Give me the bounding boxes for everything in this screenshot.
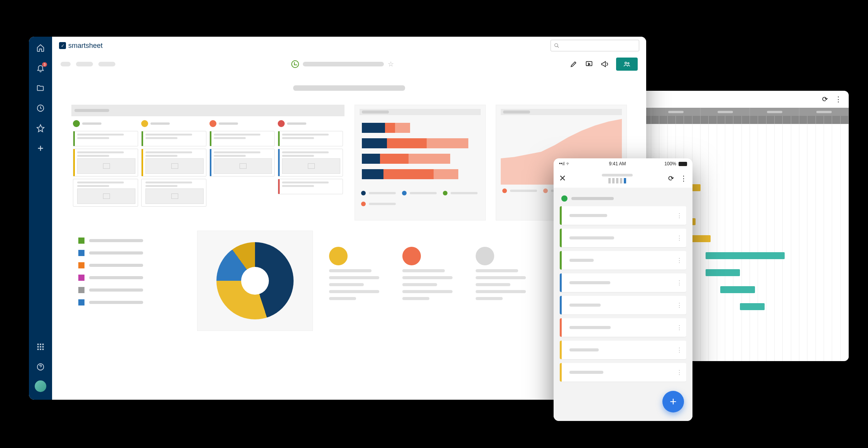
- legend-item: [361, 202, 396, 206]
- mobile-list-row[interactable]: ⋮: [560, 251, 686, 270]
- kanban-card[interactable]: [73, 131, 138, 146]
- mobile-list-row[interactable]: ⋮: [560, 206, 686, 225]
- svg-rect-3: [42, 344, 44, 345]
- status-battery: 100%: [664, 161, 676, 166]
- refresh-icon[interactable]: ⟳: [668, 174, 674, 183]
- svg-rect-8: [40, 349, 41, 350]
- kanban-card[interactable]: [278, 149, 343, 176]
- person-card[interactable]: [402, 247, 453, 300]
- mobile-list-row[interactable]: ⋮: [560, 363, 686, 382]
- kanban-widget[interactable]: [71, 105, 344, 221]
- svg-rect-9: [42, 349, 44, 350]
- row-more-icon[interactable]: ⋮: [676, 234, 682, 242]
- bar-row: [362, 169, 478, 179]
- share-button[interactable]: [616, 58, 638, 71]
- kanban-card[interactable]: [278, 179, 343, 194]
- kanban-card[interactable]: [73, 149, 138, 176]
- row-more-icon[interactable]: ⋮: [676, 369, 682, 376]
- kanban-column[interactable]: [141, 120, 206, 207]
- more-icon[interactable]: ⋮: [680, 174, 687, 183]
- search-input[interactable]: [551, 40, 639, 51]
- status-time: 9:41 AM: [609, 161, 626, 166]
- mobile-header: ✕ ⟳ ⋮: [554, 169, 692, 188]
- person-card[interactable]: [476, 247, 526, 300]
- document-title-area: ☆: [291, 60, 394, 68]
- bar-row: [362, 138, 478, 148]
- present-icon[interactable]: [585, 60, 593, 68]
- home-icon[interactable]: [36, 44, 45, 54]
- plus-icon[interactable]: [36, 144, 45, 154]
- legend-row[interactable]: [78, 262, 180, 268]
- kanban-card[interactable]: [209, 149, 275, 176]
- gantt-bar[interactable]: [706, 252, 785, 259]
- column-avatar: [209, 120, 216, 127]
- toolbar: ☆: [52, 54, 646, 74]
- edit-icon[interactable]: [570, 60, 578, 68]
- kanban-column[interactable]: [209, 120, 275, 207]
- user-avatar[interactable]: [35, 380, 46, 392]
- fab-add-button[interactable]: +: [662, 391, 684, 412]
- status-dot-icon: [561, 195, 567, 202]
- svg-rect-6: [42, 346, 44, 348]
- kanban-card[interactable]: [141, 179, 206, 207]
- person-avatar: [329, 247, 348, 265]
- notification-badge: 3: [42, 62, 47, 67]
- mobile-list-row[interactable]: ⋮: [560, 341, 686, 359]
- recent-icon[interactable]: [36, 104, 45, 114]
- gantt-bar[interactable]: [706, 269, 740, 276]
- close-icon[interactable]: ✕: [559, 173, 566, 183]
- mobile-parent-row[interactable]: [560, 193, 686, 206]
- row-more-icon[interactable]: ⋮: [676, 302, 682, 309]
- kanban-card[interactable]: [278, 131, 343, 146]
- kanban-card[interactable]: [141, 149, 206, 176]
- document-title-placeholder[interactable]: [303, 62, 384, 66]
- apps-grid-icon[interactable]: [36, 343, 45, 353]
- more-icon[interactable]: ⋮: [835, 95, 842, 104]
- kanban-card[interactable]: [209, 131, 275, 146]
- breadcrumb[interactable]: [61, 62, 115, 66]
- legend-row[interactable]: [78, 299, 180, 305]
- help-icon[interactable]: [36, 363, 45, 373]
- row-more-icon[interactable]: ⋮: [676, 257, 682, 264]
- row-more-icon[interactable]: ⋮: [676, 346, 682, 354]
- svg-point-14: [628, 63, 629, 64]
- row-more-icon[interactable]: ⋮: [676, 212, 682, 219]
- kanban-column[interactable]: [73, 120, 138, 207]
- kanban-card[interactable]: [141, 131, 206, 146]
- bell-icon[interactable]: 3: [36, 64, 45, 74]
- column-avatar: [278, 120, 285, 127]
- brand-name: smartsheet: [68, 42, 103, 50]
- mobile-list-row[interactable]: ⋮: [560, 229, 686, 247]
- donut-chart-widget[interactable]: [197, 231, 313, 331]
- mobile-list-row[interactable]: ⋮: [560, 296, 686, 314]
- star-icon[interactable]: [36, 124, 45, 134]
- gantt-bar[interactable]: [740, 303, 765, 310]
- brand-logo[interactable]: smartsheet: [59, 42, 103, 50]
- left-sidebar: 3: [29, 37, 52, 400]
- legend-row[interactable]: [78, 250, 180, 256]
- bar-chart-widget[interactable]: [355, 105, 486, 221]
- row-more-icon[interactable]: ⋮: [676, 279, 682, 287]
- category-legend-widget[interactable]: [71, 231, 187, 331]
- row-more-icon[interactable]: ⋮: [676, 324, 682, 331]
- legend-row[interactable]: [78, 287, 180, 293]
- kanban-card[interactable]: [73, 179, 138, 207]
- brand-logo-mark: [59, 42, 66, 49]
- legend-row[interactable]: [78, 275, 180, 281]
- svg-rect-7: [37, 349, 39, 350]
- refresh-icon[interactable]: ⟳: [822, 95, 828, 104]
- mobile-list-row[interactable]: ⋮: [560, 273, 686, 292]
- mobile-status-bar: ••ıl ᯤ 9:41 AM 100%: [554, 158, 692, 169]
- mobile-list[interactable]: ⋮⋮⋮⋮⋮⋮⋮⋮: [554, 188, 692, 421]
- gantt-bar[interactable]: [720, 286, 755, 293]
- kanban-column[interactable]: [278, 120, 343, 207]
- svg-rect-4: [37, 346, 39, 348]
- share-people-icon: [623, 61, 631, 68]
- favorite-star-icon[interactable]: ☆: [388, 60, 394, 68]
- announce-icon[interactable]: [601, 60, 608, 68]
- legend-row[interactable]: [78, 238, 180, 244]
- folder-icon[interactable]: [36, 84, 45, 94]
- mobile-list-row[interactable]: ⋮: [560, 318, 686, 337]
- person-card[interactable]: [329, 247, 379, 300]
- legend-item: [502, 188, 537, 193]
